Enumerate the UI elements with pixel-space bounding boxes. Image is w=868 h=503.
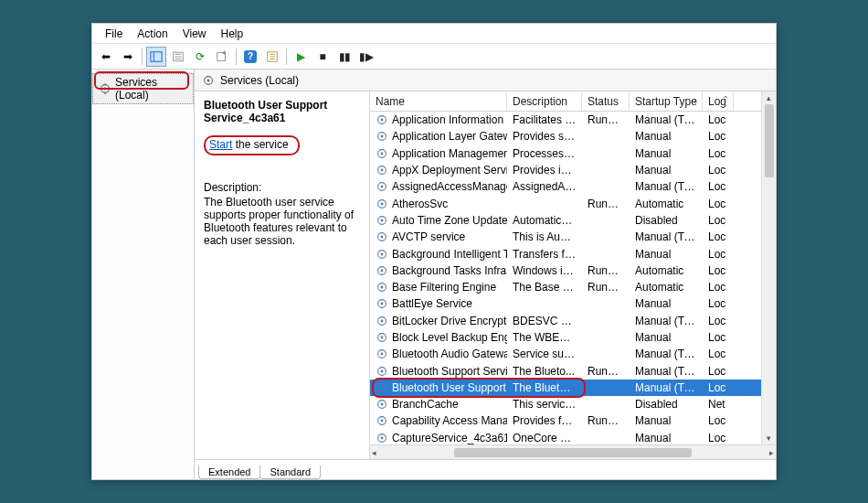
svg-point-20 bbox=[381, 119, 384, 122]
gear-icon bbox=[376, 414, 388, 427]
toolbar-button[interactable] bbox=[262, 47, 282, 67]
column-header-name[interactable]: Name bbox=[370, 91, 507, 111]
body-split: Services (Local) Services (Local) Blueto… bbox=[92, 70, 776, 479]
menu-help[interactable]: Help bbox=[214, 26, 251, 42]
menu-view[interactable]: View bbox=[175, 26, 214, 42]
service-name: AVCTP service bbox=[392, 230, 465, 243]
service-logon: Loc bbox=[703, 315, 734, 327]
service-row[interactable]: CaptureService_4c3a61OneCore Ca...Manual… bbox=[370, 430, 776, 444]
service-row[interactable]: BattlEye ServiceManualLoc bbox=[370, 295, 776, 312]
refresh-icon: ⟳ bbox=[196, 50, 205, 63]
service-row[interactable]: Base Filtering EngineThe Base Fil...Runn… bbox=[370, 279, 776, 295]
selected-service-name: Bluetooth User Support Service_4c3a61 bbox=[204, 99, 360, 124]
gear-icon bbox=[376, 130, 388, 143]
service-startup: Automatic bbox=[630, 198, 703, 210]
scrollbar-thumb[interactable] bbox=[454, 448, 692, 457]
service-row[interactable]: AVCTP serviceThis is Audi...Manual (Trig… bbox=[370, 229, 776, 245]
service-name: AssignedAccessManager Se... bbox=[392, 180, 507, 193]
svg-point-50 bbox=[381, 369, 384, 372]
show-hide-tree-button[interactable] bbox=[146, 47, 166, 67]
service-startup: Manual (Trig... bbox=[630, 348, 703, 360]
service-startup: Manual bbox=[630, 130, 703, 143]
service-row[interactable]: Application InformationFacilitates t...R… bbox=[370, 112, 776, 128]
svg-point-24 bbox=[381, 152, 384, 155]
toolbar-separator bbox=[236, 48, 237, 65]
start-service-button[interactable]: ▶ bbox=[291, 47, 311, 67]
service-startup: Automatic bbox=[630, 264, 703, 277]
service-row[interactable]: BranchCacheThis service ...DisabledNet bbox=[370, 396, 776, 412]
tab-standard[interactable]: Standard bbox=[259, 466, 321, 479]
svg-point-40 bbox=[381, 286, 384, 289]
service-name: Block Level Backup Engine ... bbox=[392, 331, 507, 344]
service-row[interactable]: AssignedAccessManager Se...AssignedAc...… bbox=[370, 178, 776, 195]
service-row[interactable]: Bluetooth Support ServiceThe Blueto...Ru… bbox=[370, 362, 776, 379]
tree-pane: Services (Local) bbox=[92, 70, 195, 479]
service-row[interactable]: Background Intelligent Tran...Transfers … bbox=[370, 245, 776, 262]
right-pane: Services (Local) Bluetooth User Support … bbox=[195, 70, 776, 479]
service-status: Running bbox=[582, 264, 630, 277]
service-row[interactable]: Auto Time Zone UpdaterAutomatica...Disab… bbox=[370, 212, 776, 229]
refresh-button[interactable]: ⟳ bbox=[190, 47, 210, 67]
scrollbar-thumb[interactable] bbox=[765, 104, 774, 177]
column-header-status[interactable]: Status bbox=[582, 91, 630, 111]
gear-icon bbox=[376, 398, 388, 411]
vertical-scrollbar[interactable]: ▴ ▾ bbox=[761, 91, 776, 444]
service-row[interactable]: BitLocker Drive Encryption ...BDESVC hos… bbox=[370, 313, 776, 329]
properties-button[interactable] bbox=[168, 47, 188, 67]
tree-item-services-local[interactable]: Services (Local) bbox=[92, 73, 194, 104]
column-header-startup[interactable]: Startup Type bbox=[630, 91, 703, 111]
export-button[interactable] bbox=[212, 47, 232, 67]
checklist-icon bbox=[266, 50, 279, 63]
column-header-desc[interactable]: Description bbox=[507, 91, 582, 111]
service-logon: Loc bbox=[703, 365, 734, 378]
tab-extended[interactable]: Extended bbox=[198, 466, 260, 479]
service-row[interactable]: Bluetooth Audio Gateway S...Service sup.… bbox=[370, 346, 776, 362]
gear-icon bbox=[376, 315, 388, 327]
toolbar: ⬅ ➡ ⟳ ? ▶ ■ ▮▮ ▮▶ bbox=[92, 44, 776, 70]
gear-icon bbox=[376, 281, 388, 294]
service-row[interactable]: Block Level Backup Engine ...The WBENG..… bbox=[370, 329, 776, 346]
start-service-link[interactable]: Start bbox=[209, 138, 232, 151]
stop-service-button[interactable]: ■ bbox=[312, 47, 333, 67]
chevron-up-icon: ▴ bbox=[765, 93, 773, 102]
column-header-row: Name Description Status Startup Type Log bbox=[370, 91, 776, 112]
service-row[interactable]: Background Tasks Infrastru...Windows in.… bbox=[370, 262, 776, 279]
horizontal-scrollbar[interactable]: ◂ ▸ bbox=[370, 444, 776, 459]
menu-action[interactable]: Action bbox=[130, 26, 175, 42]
service-desc: This service ... bbox=[507, 398, 582, 411]
gear-icon bbox=[376, 164, 388, 177]
chevron-right-icon: ▸ bbox=[769, 448, 774, 457]
service-desc: The Blueto... bbox=[507, 365, 582, 378]
service-name: Capability Access Manager ... bbox=[392, 414, 507, 427]
pause-service-button[interactable]: ▮▮ bbox=[334, 47, 355, 67]
gear-icon bbox=[202, 74, 215, 87]
restart-service-button[interactable]: ▮▶ bbox=[356, 47, 376, 67]
pane-header: Services (Local) bbox=[195, 70, 776, 91]
service-row[interactable]: AtherosSvcRunningAutomaticLoc bbox=[370, 195, 776, 211]
svg-point-56 bbox=[381, 420, 384, 423]
column-header-logon[interactable]: Log bbox=[703, 91, 734, 111]
service-logon: Loc bbox=[703, 331, 734, 344]
menu-file[interactable]: File bbox=[98, 26, 130, 42]
service-logon: Loc bbox=[703, 348, 734, 360]
service-row[interactable]: Bluetooth User Support Ser...The Bluetoo… bbox=[370, 380, 776, 396]
service-logon: Loc bbox=[703, 381, 734, 394]
help-button[interactable]: ? bbox=[240, 47, 260, 67]
svg-point-18 bbox=[207, 79, 210, 81]
service-status: Running bbox=[582, 198, 630, 210]
description-body: The Bluetooth user service supports prop… bbox=[204, 196, 360, 247]
service-desc: This is Audi... bbox=[507, 230, 582, 243]
back-button[interactable]: ⬅ bbox=[96, 47, 116, 67]
service-row[interactable]: Application Layer Gateway ...Provides su… bbox=[370, 128, 776, 144]
service-row[interactable]: AppX Deployment Service (...Provides inf… bbox=[370, 162, 776, 178]
forward-button[interactable]: ➡ bbox=[118, 47, 138, 67]
service-name: BattlEye Service bbox=[392, 297, 472, 310]
service-list-pane: Name Description Status Startup Type Log… bbox=[370, 91, 776, 459]
service-row[interactable]: Application ManagementProcesses in...Man… bbox=[370, 145, 776, 162]
service-startup: Manual (Trig... bbox=[630, 315, 703, 327]
svg-point-28 bbox=[381, 186, 384, 188]
service-logon: Loc bbox=[703, 230, 734, 243]
service-logon: Loc bbox=[703, 113, 734, 126]
service-row[interactable]: Capability Access Manager ...Provides fa… bbox=[370, 412, 776, 429]
gear-icon bbox=[99, 82, 111, 95]
